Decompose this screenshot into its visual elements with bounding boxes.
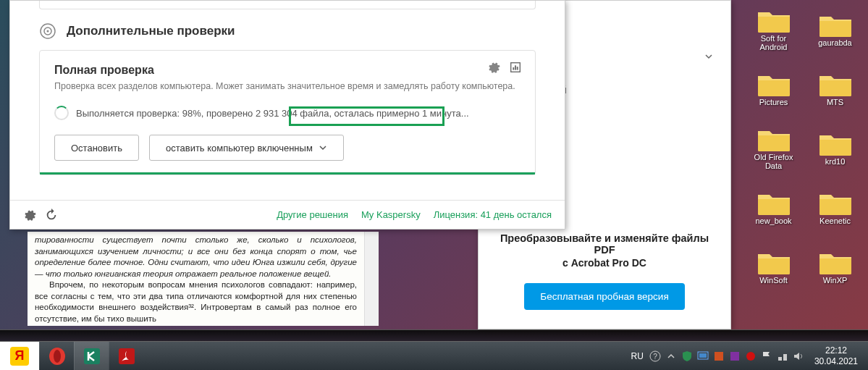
- taskbar-kaspersky[interactable]: [74, 342, 109, 371]
- svg-rect-17: [730, 352, 739, 361]
- license-link[interactable]: Лицензия: 41 день остался: [434, 209, 552, 220]
- promo-title: Преобразовывайте и изменяйте файлы PDF: [493, 232, 716, 256]
- kaspersky-footer: Другие решения My Kaspersky Лицензия: 41…: [10, 200, 565, 229]
- scan-status-text: Выполняется проверка: 98%, проверено 2 9…: [76, 108, 469, 119]
- svg-point-18: [746, 352, 755, 361]
- folder-icon: [818, 12, 853, 38]
- app-tray-icon[interactable]: [729, 350, 741, 362]
- card-title: Полная проверка: [54, 64, 521, 77]
- yandex-icon: Я: [10, 347, 29, 366]
- svg-rect-19: [778, 357, 782, 361]
- folder-icon: [818, 190, 853, 216]
- folder-icon: [757, 190, 791, 216]
- desktop-icon[interactable]: krd10: [808, 120, 862, 177]
- clock[interactable]: 22:12 30.04.2021: [810, 345, 862, 366]
- folder-icon: [757, 8, 791, 34]
- desktop-icon[interactable]: Old Firefox Data: [746, 120, 801, 177]
- monitor-icon[interactable]: [697, 350, 709, 362]
- desktop-icon[interactable]: WinSoft: [746, 239, 801, 295]
- document-page-text: тированности существует почти столько же…: [28, 232, 364, 326]
- section-title: Дополнительные проверки: [67, 24, 235, 38]
- progress-indicator: [40, 172, 535, 175]
- svg-rect-11: [119, 348, 135, 364]
- other-solutions-link[interactable]: Другие решения: [277, 209, 348, 220]
- my-kaspersky-link[interactable]: My Kaspersky: [361, 209, 421, 220]
- free-trial-button[interactable]: Бесплатная пробная версия: [524, 283, 684, 310]
- folder-icon: [818, 250, 853, 276]
- spinner-icon: [54, 106, 69, 120]
- flag-icon[interactable]: [761, 350, 772, 362]
- svg-rect-20: [783, 354, 787, 361]
- desktop-icon[interactable]: Keenetic: [808, 180, 862, 236]
- tray-chevron-icon[interactable]: [665, 350, 677, 362]
- folder-icon: [757, 72, 791, 98]
- start-button[interactable]: Я: [0, 342, 39, 371]
- target-icon: [39, 22, 56, 40]
- desktop-icon[interactable]: Pictures: [746, 61, 801, 117]
- chevron-down-icon: [319, 143, 327, 152]
- stop-button[interactable]: Остановить: [54, 135, 139, 161]
- help-icon[interactable]: ?: [649, 350, 661, 362]
- previous-card-edge: [39, 1, 536, 9]
- svg-rect-10: [84, 348, 100, 364]
- svg-rect-6: [517, 67, 518, 70]
- volume-icon[interactable]: [793, 350, 804, 362]
- desktop-icon[interactable]: new_book: [746, 180, 801, 236]
- folder-icon: [818, 72, 853, 98]
- svg-point-2: [47, 30, 49, 33]
- language-indicator[interactable]: RU: [631, 351, 644, 361]
- power-action-dropdown[interactable]: оставить компьютер включенным: [149, 135, 344, 161]
- promo-subtitle: с Acrobat Pro DC: [493, 257, 716, 269]
- taskbar: Я RU ? 22:12 30.04.2021: [0, 341, 868, 370]
- gear-icon[interactable]: [23, 209, 36, 222]
- system-tray: RU ? 22:12 30.04.2021: [631, 342, 868, 371]
- opera-icon: [48, 347, 67, 366]
- taskbar-acrobat[interactable]: [109, 342, 143, 371]
- shield-icon[interactable]: [681, 350, 693, 362]
- taskbar-background-strip: [0, 329, 868, 341]
- card-description: Проверка всех разделов компьютера. Может…: [54, 81, 521, 91]
- desktop-icon[interactable]: WinXP: [808, 239, 862, 295]
- svg-rect-16: [715, 352, 723, 361]
- folder-icon: [818, 131, 853, 157]
- kaspersky-icon: [83, 347, 101, 366]
- desktop-icons-area: Soft for Android Pictures Old Firefox Da…: [745, 0, 868, 326]
- acrobat-icon: [117, 347, 136, 366]
- svg-rect-5: [515, 65, 516, 70]
- full-scan-card: Полная проверка Проверка всех разделов к…: [39, 50, 536, 175]
- folder-icon: [757, 127, 791, 153]
- svg-rect-15: [699, 353, 707, 358]
- acrobat-promo: Преобразовывайте и изменяйте файлы PDF с…: [479, 212, 730, 330]
- app-tray-icon[interactable]: [713, 350, 725, 362]
- document-scrollbar[interactable]: [364, 232, 379, 326]
- report-icon[interactable]: [509, 61, 522, 74]
- chevron-down-icon: [704, 52, 713, 61]
- app-tray-icon[interactable]: [745, 350, 757, 362]
- desktop-icon[interactable]: MTS: [808, 61, 862, 117]
- kaspersky-window: Дополнительные проверки Полная проверка …: [9, 0, 565, 230]
- svg-text:?: ?: [653, 353, 657, 361]
- desktop-icon[interactable]: Soft for Android: [746, 1, 801, 58]
- desktop-icon[interactable]: gaurabda: [808, 1, 862, 58]
- svg-point-9: [54, 350, 61, 363]
- svg-rect-4: [513, 67, 514, 70]
- folder-icon: [757, 250, 791, 276]
- refresh-icon[interactable]: [45, 209, 58, 222]
- taskbar-opera[interactable]: [39, 342, 74, 371]
- gear-icon[interactable]: [487, 61, 500, 74]
- network-icon[interactable]: [777, 350, 788, 362]
